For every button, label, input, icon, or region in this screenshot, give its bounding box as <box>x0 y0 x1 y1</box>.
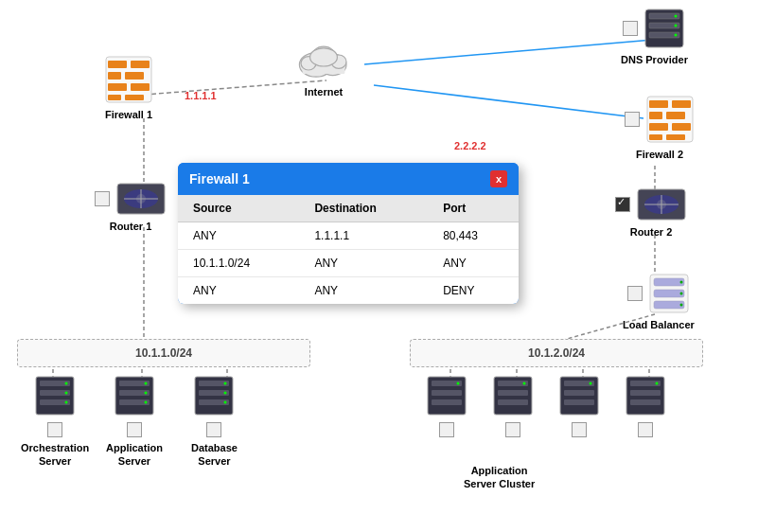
router1-icon <box>115 182 167 216</box>
svg-rect-45 <box>649 134 662 140</box>
dbserver-node[interactable]: DatabaseServer <box>191 375 238 469</box>
svg-point-104 <box>656 382 659 385</box>
col-port: Port <box>428 195 519 222</box>
svg-point-82 <box>224 382 227 385</box>
svg-line-2 <box>374 85 643 118</box>
ip-label-2: 2.2.2.2 <box>454 140 486 151</box>
svg-rect-39 <box>649 100 668 108</box>
internet-node: Internet <box>293 36 354 98</box>
table-row: 10.1.1.0/24 ANY ANY <box>178 250 519 277</box>
svg-rect-103 <box>630 399 661 405</box>
svg-rect-21 <box>131 83 150 91</box>
cluster2-node[interactable] <box>492 375 534 437</box>
svg-rect-42 <box>666 112 685 119</box>
dns-node[interactable]: DNS Provider <box>621 8 688 66</box>
svg-point-62 <box>679 293 682 295</box>
svg-rect-88 <box>432 399 462 405</box>
svg-rect-18 <box>108 72 121 80</box>
loadbalancer-icon <box>648 273 690 314</box>
appserver-node[interactable]: ApplicationServer <box>106 375 163 469</box>
ip-label-1: 1.1.1.1 <box>185 90 217 101</box>
cluster4-checkbox[interactable] <box>638 422 653 437</box>
svg-rect-97 <box>564 390 594 396</box>
router2-icon <box>636 187 687 222</box>
cluster3-checkbox[interactable] <box>572 422 587 437</box>
subnet2-label: 10.1.2.0/24 <box>528 346 585 360</box>
router2-node[interactable]: Router 2 <box>615 187 687 239</box>
cluster3-node[interactable] <box>558 375 600 437</box>
dns-server-icon <box>643 8 685 49</box>
router1-node[interactable]: Router 1 <box>95 182 167 233</box>
row2-source: 10.1.1.0/24 <box>178 250 299 277</box>
svg-point-99 <box>590 382 592 385</box>
row2-port: ANY <box>428 250 519 277</box>
svg-rect-23 <box>125 95 144 100</box>
cluster2-icon <box>492 375 534 417</box>
subnet1-box: 10.1.1.0/24 <box>17 339 310 367</box>
router2-checkbox[interactable] <box>615 197 630 212</box>
dbserver-icon <box>193 375 235 417</box>
appserver-icon <box>114 375 155 417</box>
svg-point-68 <box>65 382 68 385</box>
cluster1-node[interactable] <box>426 375 467 437</box>
firewall1-label: Firewall 1 <box>105 108 152 121</box>
svg-rect-60 <box>654 301 684 309</box>
orch-node[interactable]: OrchestrationServer <box>21 375 89 469</box>
row3-port: DENY <box>428 277 519 305</box>
cluster2-checkbox[interactable] <box>505 422 520 437</box>
firewall2-node[interactable]: Firewall 2 <box>625 95 695 161</box>
svg-rect-22 <box>108 95 121 100</box>
cluster1-checkbox[interactable] <box>439 422 454 437</box>
cluster4-node[interactable] <box>625 375 666 437</box>
dbserver-label: DatabaseServer <box>191 441 238 469</box>
diagram-container: 1.1.1.1 2.2.2.2 Firewall 1 Inte <box>0 0 758 532</box>
svg-point-70 <box>65 401 68 404</box>
popup-title: Firewall 1 <box>189 171 250 186</box>
svg-rect-43 <box>649 123 668 131</box>
svg-point-61 <box>679 281 682 284</box>
table-row: ANY ANY DENY <box>178 277 519 305</box>
loadbalancer-label: Load Balancer <box>623 318 695 331</box>
loadbalancer-node[interactable]: Load Balancer <box>623 273 695 331</box>
svg-point-94 <box>523 382 526 385</box>
router1-checkbox[interactable] <box>95 191 110 206</box>
svg-rect-17 <box>131 61 150 68</box>
router2-label: Router 2 <box>630 225 673 239</box>
table-row: ANY 1.1.1.1 80,443 <box>178 222 519 250</box>
svg-point-36 <box>675 25 678 27</box>
svg-rect-16 <box>108 61 127 68</box>
orch-icon <box>34 375 76 417</box>
svg-rect-102 <box>630 390 661 396</box>
svg-point-63 <box>679 304 682 307</box>
svg-rect-46 <box>666 134 685 140</box>
svg-rect-20 <box>108 83 127 91</box>
dns-label: DNS Provider <box>621 53 688 66</box>
svg-point-77 <box>144 401 147 404</box>
row1-source: ANY <box>178 222 299 250</box>
cluster3-icon <box>558 375 600 417</box>
firewall-popup[interactable]: Firewall 1 x Source Destination Port ANY… <box>178 163 519 304</box>
svg-rect-40 <box>672 100 691 108</box>
svg-rect-19 <box>125 72 144 80</box>
svg-rect-58 <box>654 278 684 286</box>
dbserver-checkbox[interactable] <box>206 422 221 437</box>
svg-rect-92 <box>498 390 528 396</box>
cluster4-icon <box>625 375 666 417</box>
router1-label: Router 1 <box>110 220 152 233</box>
row2-dest: ANY <box>299 250 428 277</box>
svg-point-69 <box>65 392 68 395</box>
subnet1-label: 10.1.1.0/24 <box>135 346 192 360</box>
lb-checkbox[interactable] <box>627 286 643 301</box>
row3-source: ANY <box>178 277 299 305</box>
dns-checkbox[interactable] <box>623 21 638 36</box>
popup-close-button[interactable]: x <box>490 170 507 187</box>
orch-checkbox[interactable] <box>47 422 62 437</box>
fw2-checkbox[interactable] <box>625 112 640 127</box>
firewall-rules-table: Source Destination Port ANY 1.1.1.1 80,4… <box>178 195 519 304</box>
internet-label: Internet <box>305 85 343 98</box>
firewall1-node[interactable]: Firewall 1 <box>104 55 153 121</box>
svg-point-89 <box>457 382 460 385</box>
svg-rect-41 <box>649 112 662 119</box>
appserver-checkbox[interactable] <box>127 422 142 437</box>
svg-point-83 <box>224 392 227 395</box>
